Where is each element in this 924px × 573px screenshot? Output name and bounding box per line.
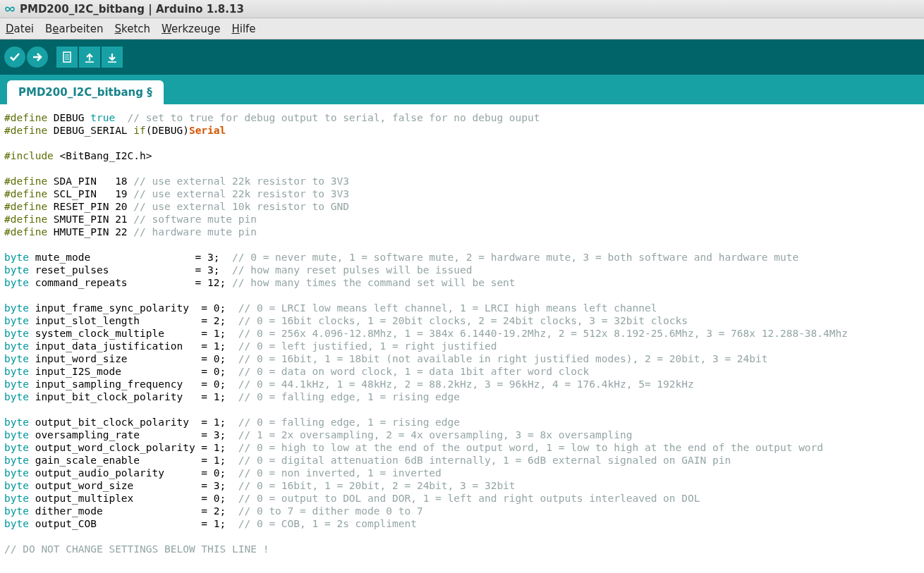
- new-sketch-button[interactable]: [56, 47, 78, 68]
- check-icon: [8, 51, 21, 63]
- open-sketch-button[interactable]: [79, 47, 100, 68]
- menu-sketch[interactable]: Sketch: [114, 23, 150, 35]
- menubar: Datei Bearbeiten Sketch Werkzeuge Hilfe: [0, 18, 924, 39]
- tab-label: PMD200_I2C_bitbang §: [18, 86, 152, 99]
- window-title: PMD200_I2C_bitbang | Arduino 1.8.13: [20, 3, 244, 16]
- arduino-logo-icon: [4, 4, 16, 15]
- toolbar: [0, 39, 924, 75]
- tab-bar: PMD200_I2C_bitbang §: [0, 75, 924, 104]
- upload-button[interactable]: [27, 47, 48, 68]
- code-editor[interactable]: #define DEBUG true // set to true for de…: [0, 104, 924, 562]
- menu-werkzeuge[interactable]: Werkzeuge: [162, 23, 220, 35]
- tab-main[interactable]: PMD200_I2C_bitbang §: [7, 80, 164, 104]
- menu-hilfe[interactable]: Hilfe: [231, 23, 255, 35]
- save-sketch-button[interactable]: [102, 47, 123, 68]
- arrow-down-icon: [106, 51, 118, 63]
- menu-datei[interactable]: Datei: [6, 23, 34, 35]
- new-file-icon: [61, 51, 73, 63]
- menu-bearbeiten[interactable]: Bearbeiten: [45, 23, 103, 35]
- arrow-up-icon: [83, 51, 96, 63]
- verify-button[interactable]: [4, 47, 25, 68]
- arrow-right-icon: [31, 51, 44, 63]
- window-titlebar: PMD200_I2C_bitbang | Arduino 1.8.13: [0, 0, 924, 18]
